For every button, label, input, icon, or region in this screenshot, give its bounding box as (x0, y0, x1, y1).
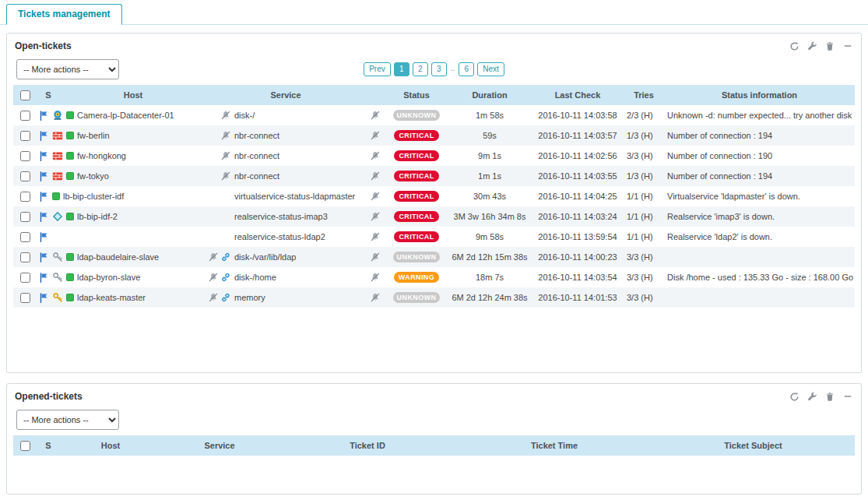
status-badge: CRITICAL (394, 171, 439, 181)
status-information (664, 287, 855, 308)
tab-tickets-management[interactable]: Tickets management (6, 4, 122, 25)
link-icon[interactable] (220, 292, 231, 303)
bell-muted-icon (370, 150, 381, 161)
bell-muted-icon (208, 292, 219, 303)
page-next-button[interactable]: Next (477, 62, 504, 76)
open-tickets-panel: Open-tickets -- More actions -- Prev123.… (6, 33, 862, 373)
select-all-checkbox[interactable] (20, 90, 30, 100)
host-name[interactable]: ldap-byron-slave (77, 273, 140, 282)
flag-icon (38, 252, 49, 262)
status-badge: UNKNOWN (393, 252, 441, 262)
host-name[interactable]: Camera-lp-Datacenter-01 (77, 111, 174, 120)
flag-icon (38, 171, 49, 181)
host-name[interactable]: fw-tokyo (77, 171, 109, 181)
flag-icon (38, 292, 49, 303)
tries: 1/1 (H) (624, 186, 664, 206)
refresh-icon[interactable] (789, 391, 799, 402)
opened-tickets-actions-row: -- More actions -- (7, 406, 861, 434)
duration: 1m 1s (448, 166, 532, 186)
more-actions-select[interactable]: -- More actions -- (16, 410, 119, 430)
tries: 3/3 (H) (624, 287, 664, 308)
minimize-icon[interactable] (842, 40, 853, 51)
service-name[interactable]: nbr-connect (234, 151, 279, 160)
row-checkbox[interactable] (20, 273, 30, 283)
more-actions-select[interactable]: -- More actions -- (16, 59, 119, 79)
service-name[interactable]: disk-/home (234, 273, 276, 282)
firewall-icon (52, 171, 63, 181)
ticket-row: fw-tokyonbr-connectCRITICAL1m 1s2016-10-… (13, 166, 855, 186)
tries: 1/1 (H) (624, 227, 664, 247)
wrench-icon[interactable] (807, 391, 817, 402)
service-name[interactable]: virtualservice-status-ldapmaster (234, 192, 355, 201)
bell-muted-icon (370, 252, 381, 262)
link-icon[interactable] (220, 252, 231, 262)
firewall-icon (52, 150, 63, 161)
service-icons (208, 150, 231, 161)
status-information: Realservice 'ldap2' is down. (664, 227, 855, 247)
flag-icon (38, 130, 49, 141)
service-name[interactable]: realservice-status-imap3 (234, 212, 328, 221)
flag-icon (38, 211, 49, 222)
host-up-square (52, 192, 60, 200)
page-6-button[interactable]: 6 (459, 62, 474, 76)
row-checkbox[interactable] (20, 212, 30, 222)
col-status-information: Status information (664, 85, 855, 105)
row-checkbox[interactable] (20, 171, 30, 181)
wrench-icon[interactable] (807, 40, 817, 51)
bell-muted-icon (220, 130, 231, 141)
flag-icon (38, 191, 49, 202)
host-name[interactable]: lb-bip-cluster-idf (63, 192, 124, 201)
row-checkbox[interactable] (20, 192, 30, 202)
host-up-square (66, 132, 74, 139)
row-checkbox[interactable] (20, 232, 30, 242)
tries: 3/3 (H) (624, 146, 664, 166)
col-ticket-time: Ticket Time (457, 435, 652, 456)
row-checkbox[interactable] (20, 252, 30, 262)
ticket-row: lb-bip-cluster-idfvirtualservice-status-… (13, 186, 855, 206)
tries: 3/3 (H) (624, 267, 664, 287)
col-s: S (37, 85, 60, 105)
flag-icon (38, 150, 49, 161)
open-tickets-header-row: S Host Service Status Duration Last Chec… (13, 85, 855, 105)
host-name[interactable]: fw-berlin (77, 131, 110, 140)
service-name[interactable]: realservice-status-ldap2 (234, 232, 325, 241)
page-1-button[interactable]: 1 (394, 62, 409, 76)
page-2-button[interactable]: 2 (413, 62, 428, 76)
col-host: Host (60, 435, 161, 456)
host-name[interactable]: ldap-baudelaire-slave (77, 252, 159, 262)
service-name[interactable]: disk-/var/lib/ldap (234, 252, 296, 262)
trash-icon[interactable] (824, 391, 835, 402)
flag-icon (38, 272, 49, 283)
select-all-checkbox[interactable] (20, 441, 30, 451)
last-check: 2016-10-11 14:00:23 (532, 247, 624, 267)
refresh-icon[interactable] (789, 40, 799, 51)
trash-icon[interactable] (824, 40, 835, 51)
col-host: Host (60, 85, 206, 105)
host-name[interactable]: lb-bip-idf-2 (77, 212, 118, 221)
row-checkbox[interactable] (20, 293, 30, 303)
page-3-button[interactable]: 3 (431, 62, 447, 76)
duration: 9m 1s (448, 146, 532, 166)
service-name[interactable]: nbr-connect (234, 171, 279, 181)
link-icon[interactable] (220, 272, 231, 283)
flag-icon (38, 231, 49, 242)
last-check: 2016-10-11 14:03:57 (532, 125, 624, 146)
opened-tickets-tools (789, 391, 853, 402)
service-name[interactable]: disk-/ (234, 111, 255, 120)
service-icons (208, 272, 231, 283)
row-checkbox[interactable] (20, 131, 30, 141)
row-checkbox[interactable] (20, 111, 30, 121)
col-service: Service (161, 435, 278, 456)
key-gold-icon (52, 292, 63, 303)
bell-muted-icon (370, 191, 381, 202)
minimize-icon[interactable] (842, 391, 853, 402)
bell-muted-icon (370, 211, 381, 222)
row-checkbox[interactable] (20, 151, 30, 161)
service-name[interactable]: nbr-connect (234, 131, 279, 140)
page-prev-button[interactable]: Prev (364, 62, 391, 76)
status-badge: CRITICAL (394, 211, 439, 222)
host-name[interactable]: ldap-keats-master (77, 293, 146, 302)
status-information: Unknown -d: number expected... try anoth… (664, 105, 855, 125)
host-name[interactable]: fw-hongkong (77, 151, 126, 160)
service-name[interactable]: memory (234, 293, 265, 302)
